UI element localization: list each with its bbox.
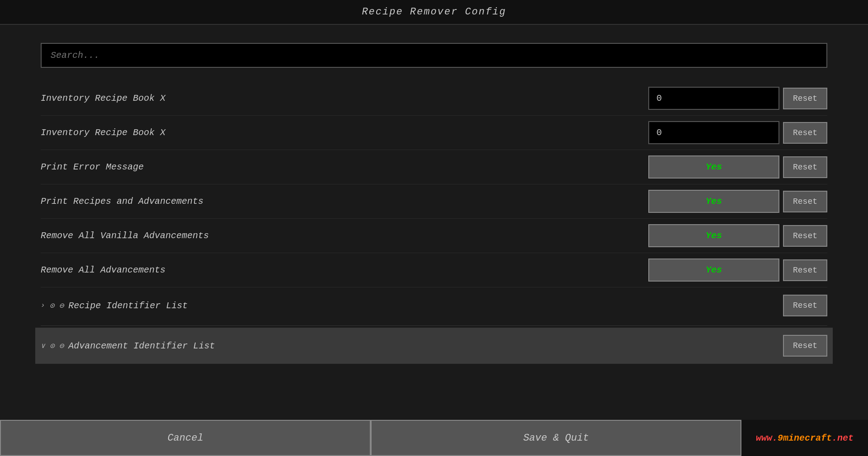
config-label-remove-all: Remove All Advancements <box>41 265 648 275</box>
config-controls-3: Yes Reset <box>648 155 827 179</box>
main-content: Inventory Recipe Book X Reset Inventory … <box>0 25 868 373</box>
config-row-inventory-recipe-1: Inventory Recipe Book X Reset <box>41 81 827 116</box>
config-row-inventory-recipe-2: Inventory Recipe Book X Reset <box>41 116 827 150</box>
remove-vanilla-toggle[interactable]: Yes <box>648 224 779 247</box>
reset-button-advancement-list[interactable]: Reset <box>783 335 827 357</box>
divider <box>41 325 827 326</box>
config-label-print-error: Print Error Message <box>41 162 648 172</box>
advancement-identifier-list-label: Advancement Identifier List <box>68 341 215 351</box>
circle-icon-advancement-2: ⊖ <box>59 341 64 351</box>
circle-icon-recipe-2: ⊖ <box>59 301 64 310</box>
config-row-print-recipes: Print Recipes and Advancements Yes Reset <box>41 184 827 219</box>
reset-button-4[interactable]: Reset <box>783 191 827 212</box>
print-error-toggle[interactable]: Yes <box>648 155 779 179</box>
search-input[interactable] <box>41 43 827 68</box>
config-controls-1: Reset <box>648 87 827 110</box>
recipe-identifier-list-label: Recipe Identifier List <box>68 301 188 311</box>
list-row-recipe-identifier: › ⊙ ⊖ Recipe Identifier List Reset <box>41 287 827 324</box>
circle-icon-recipe-1: ⊙ <box>50 301 55 310</box>
header-bar: Recipe Remover Config <box>0 0 868 25</box>
page-title: Recipe Remover Config <box>362 6 506 18</box>
watermark-text: www.9minecraft.net <box>756 433 854 443</box>
list-row-advancement-identifier: ∨ ⊙ ⊖ Advancement Identifier List Reset <box>35 328 833 364</box>
reset-button-6[interactable]: Reset <box>783 259 827 281</box>
inventory-recipe-book-x-1-input[interactable] <box>648 87 779 110</box>
expand-arrow-recipe[interactable]: › <box>41 301 45 310</box>
config-row-remove-vanilla: Remove All Vanilla Advancements Yes Rese… <box>41 219 827 253</box>
reset-button-3[interactable]: Reset <box>783 156 827 178</box>
inventory-recipe-book-x-2-input[interactable] <box>648 121 779 144</box>
config-controls-2: Reset <box>648 121 827 144</box>
config-label-print-recipes: Print Recipes and Advancements <box>41 196 648 207</box>
cancel-button[interactable]: Cancel <box>0 420 371 456</box>
reset-button-5[interactable]: Reset <box>783 225 827 247</box>
list-label-advancement: ∨ ⊙ ⊖ Advancement Identifier List <box>41 341 215 351</box>
reset-button-1[interactable]: Reset <box>783 88 827 109</box>
config-controls-5: Yes Reset <box>648 224 827 247</box>
footer-bar: Cancel Save & Quit www.9minecraft.net <box>0 420 868 456</box>
search-container <box>41 43 827 68</box>
config-controls-6: Yes Reset <box>648 259 827 282</box>
print-recipes-toggle[interactable]: Yes <box>648 190 779 213</box>
circle-icon-advancement-1: ⊙ <box>50 341 55 351</box>
reset-button-2[interactable]: Reset <box>783 122 827 144</box>
config-label-remove-vanilla: Remove All Vanilla Advancements <box>41 230 648 241</box>
save-quit-button[interactable]: Save & Quit <box>371 420 741 456</box>
list-label-recipe: › ⊙ ⊖ Recipe Identifier List <box>41 301 188 311</box>
config-row-print-error: Print Error Message Yes Reset <box>41 150 827 184</box>
config-row-remove-all: Remove All Advancements Yes Reset <box>41 253 827 287</box>
remove-all-toggle[interactable]: Yes <box>648 259 779 282</box>
reset-button-recipe-list[interactable]: Reset <box>783 295 827 316</box>
expand-arrow-advancement[interactable]: ∨ <box>41 341 45 350</box>
config-label-inventory-recipe-1: Inventory Recipe Book X <box>41 93 648 103</box>
config-controls-4: Yes Reset <box>648 190 827 213</box>
watermark: www.9minecraft.net <box>741 420 868 456</box>
config-label-inventory-recipe-2: Inventory Recipe Book X <box>41 127 648 138</box>
